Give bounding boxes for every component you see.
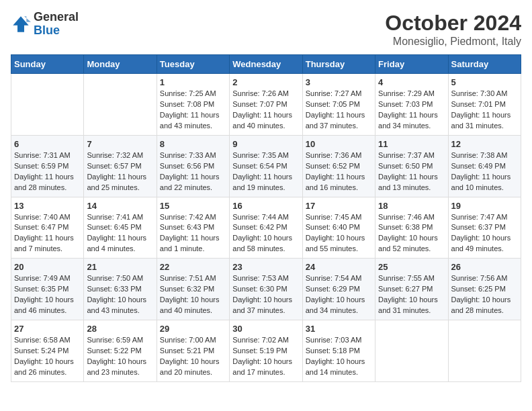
sunrise: Sunrise: 7:56 AM — [451, 274, 508, 282]
day-cell: 19Sunrise: 7:47 AMSunset: 6:37 PMDayligh… — [448, 197, 521, 259]
daylight: Daylight: 11 hours and 19 minutes. — [232, 173, 292, 191]
day-cell: 15Sunrise: 7:42 AMSunset: 6:43 PMDayligh… — [157, 197, 229, 259]
sunset: Sunset: 6:25 PM — [451, 285, 506, 293]
day-number: 4 — [378, 77, 445, 87]
sunrise: Sunrise: 7:33 AM — [160, 151, 216, 159]
day-info: Sunrise: 7:38 AMSunset: 6:49 PMDaylight:… — [451, 150, 518, 193]
day-info: Sunrise: 7:44 AMSunset: 6:42 PMDaylight:… — [232, 212, 299, 255]
sunrise: Sunrise: 7:47 AM — [451, 213, 508, 221]
day-cell: 13Sunrise: 7:40 AMSunset: 6:47 PMDayligh… — [11, 197, 84, 259]
daylight: Daylight: 10 hours and 58 minutes. — [232, 234, 292, 253]
day-info: Sunrise: 7:47 AMSunset: 6:37 PMDaylight:… — [451, 212, 518, 255]
week-row-2: 6Sunrise: 7:31 AMSunset: 6:59 PMDaylight… — [11, 135, 521, 197]
day-number: 25 — [378, 262, 445, 272]
daylight: Daylight: 11 hours and 37 minutes. — [306, 111, 365, 130]
day-cell: 29Sunrise: 7:00 AMSunset: 5:21 PMDayligh… — [157, 320, 229, 382]
sunrise: Sunrise: 6:58 AM — [14, 336, 71, 344]
week-row-4: 20Sunrise: 7:49 AMSunset: 6:35 PMDayligh… — [11, 259, 521, 320]
sunset: Sunset: 6:54 PM — [232, 162, 287, 170]
day-cell: 14Sunrise: 7:41 AMSunset: 6:45 PMDayligh… — [84, 197, 157, 259]
day-number: 22 — [160, 262, 226, 272]
daylight: Daylight: 10 hours and 28 minutes. — [451, 295, 511, 314]
daylight: Daylight: 10 hours and 40 minutes. — [160, 295, 220, 314]
sunrise: Sunrise: 7:29 AM — [378, 89, 435, 97]
sunrise: Sunrise: 7:02 AM — [232, 336, 289, 344]
sunrise: Sunrise: 7:50 AM — [87, 274, 143, 282]
sunrise: Sunrise: 7:27 AM — [306, 89, 362, 97]
page-header: General Blue October 2024 Monesiglio, Pi… — [11, 11, 521, 48]
day-number: 12 — [451, 139, 518, 149]
day-cell: 7Sunrise: 7:32 AMSunset: 6:57 PMDaylight… — [84, 135, 157, 197]
week-row-3: 13Sunrise: 7:40 AMSunset: 6:47 PMDayligh… — [11, 197, 521, 259]
sunrise: Sunrise: 7:36 AM — [306, 151, 362, 159]
svg-marker-0 — [13, 16, 28, 32]
sunset: Sunset: 6:52 PM — [306, 162, 360, 170]
daylight: Daylight: 11 hours and 1 minute. — [160, 234, 220, 253]
sunset: Sunset: 6:30 PM — [232, 285, 287, 293]
daylight: Daylight: 10 hours and 23 minutes. — [87, 357, 146, 376]
day-number: 6 — [14, 139, 81, 149]
daylight: Daylight: 11 hours and 13 minutes. — [378, 173, 438, 191]
day-info: Sunrise: 7:40 AMSunset: 6:47 PMDaylight:… — [14, 212, 81, 255]
daylight: Daylight: 11 hours and 31 minutes. — [451, 111, 511, 130]
day-info: Sunrise: 7:03 AMSunset: 5:18 PMDaylight:… — [306, 335, 372, 378]
daylight: Daylight: 11 hours and 25 minutes. — [87, 173, 146, 191]
day-number: 1 — [160, 77, 226, 87]
day-number: 10 — [306, 139, 372, 149]
sunset: Sunset: 7:07 PM — [232, 100, 287, 108]
day-cell: 22Sunrise: 7:51 AMSunset: 6:32 PMDayligh… — [157, 259, 229, 320]
day-number: 3 — [306, 77, 372, 87]
daylight: Daylight: 11 hours and 40 minutes. — [232, 111, 292, 130]
sunset: Sunset: 6:49 PM — [451, 162, 506, 170]
day-number: 13 — [14, 201, 81, 211]
day-cell: 11Sunrise: 7:37 AMSunset: 6:50 PMDayligh… — [375, 135, 448, 197]
day-number: 8 — [160, 139, 226, 149]
day-number: 23 — [232, 262, 299, 272]
sunrise: Sunrise: 7:32 AM — [87, 151, 143, 159]
sunset: Sunset: 7:01 PM — [451, 100, 506, 108]
logo-icon — [11, 14, 31, 34]
sunset: Sunset: 5:18 PM — [306, 347, 360, 355]
weekday-header-thursday: Thursday — [302, 55, 375, 74]
logo: General Blue — [11, 11, 79, 38]
day-cell — [448, 320, 521, 382]
sunset: Sunset: 6:59 PM — [14, 162, 69, 170]
day-cell: 20Sunrise: 7:49 AMSunset: 6:35 PMDayligh… — [11, 259, 84, 320]
day-cell: 8Sunrise: 7:33 AMSunset: 6:56 PMDaylight… — [157, 135, 229, 197]
sunrise: Sunrise: 7:46 AM — [378, 213, 435, 221]
sunset: Sunset: 6:42 PM — [232, 223, 287, 231]
weekday-header-wednesday: Wednesday — [230, 55, 302, 74]
day-info: Sunrise: 6:59 AMSunset: 5:22 PMDaylight:… — [87, 335, 153, 378]
sunrise: Sunrise: 7:38 AM — [451, 151, 508, 159]
sunset: Sunset: 6:50 PM — [378, 162, 433, 170]
day-number: 18 — [378, 201, 445, 211]
day-cell: 28Sunrise: 6:59 AMSunset: 5:22 PMDayligh… — [84, 320, 157, 382]
day-cell: 18Sunrise: 7:46 AMSunset: 6:38 PMDayligh… — [375, 197, 448, 259]
day-cell: 26Sunrise: 7:56 AMSunset: 6:25 PMDayligh… — [448, 259, 521, 320]
sunset: Sunset: 6:40 PM — [306, 223, 360, 231]
sunset: Sunset: 5:22 PM — [87, 347, 141, 355]
sunset: Sunset: 5:24 PM — [14, 347, 69, 355]
weekday-header-monday: Monday — [84, 55, 157, 74]
daylight: Daylight: 10 hours and 49 minutes. — [451, 234, 511, 253]
sunrise: Sunrise: 7:30 AM — [451, 89, 508, 97]
day-cell: 21Sunrise: 7:50 AMSunset: 6:33 PMDayligh… — [84, 259, 157, 320]
day-number: 14 — [87, 201, 153, 211]
day-cell: 5Sunrise: 7:30 AMSunset: 7:01 PMDaylight… — [448, 74, 521, 136]
day-number: 24 — [306, 262, 372, 272]
sunset: Sunset: 6:38 PM — [378, 223, 433, 231]
daylight: Daylight: 10 hours and 14 minutes. — [306, 357, 365, 376]
day-number: 26 — [451, 262, 518, 272]
day-cell: 16Sunrise: 7:44 AMSunset: 6:42 PMDayligh… — [230, 197, 302, 259]
sunset: Sunset: 6:27 PM — [378, 285, 433, 293]
day-cell: 25Sunrise: 7:55 AMSunset: 6:27 PMDayligh… — [375, 259, 448, 320]
daylight: Daylight: 11 hours and 7 minutes. — [14, 234, 74, 253]
sunset: Sunset: 6:29 PM — [306, 285, 360, 293]
day-number: 16 — [232, 201, 299, 211]
sunrise: Sunrise: 7:41 AM — [87, 213, 143, 221]
daylight: Daylight: 10 hours and 52 minutes. — [378, 234, 438, 253]
day-number: 15 — [160, 201, 226, 211]
day-info: Sunrise: 7:37 AMSunset: 6:50 PMDaylight:… — [378, 150, 445, 193]
sunrise: Sunrise: 7:51 AM — [160, 274, 216, 282]
daylight: Daylight: 10 hours and 37 minutes. — [232, 295, 292, 314]
